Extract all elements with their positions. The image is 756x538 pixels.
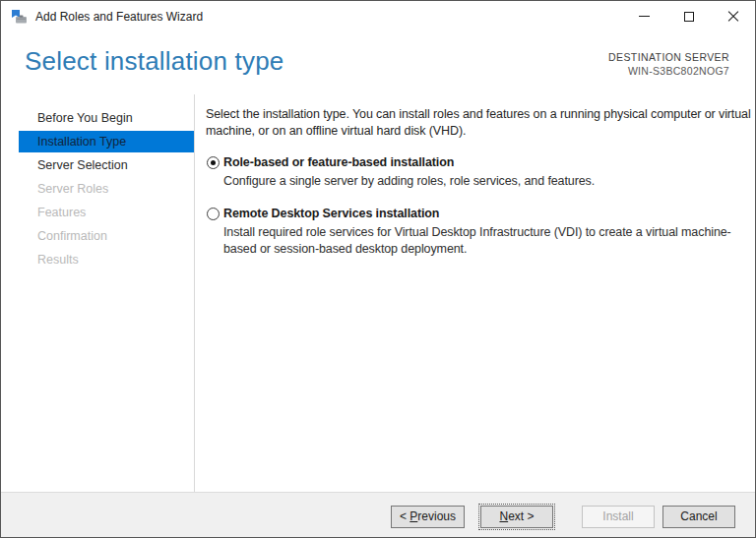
option-role-based-label[interactable]: Role-based or feature-based installation xyxy=(223,154,454,171)
wizard-window: Add Roles and Features Wizard Select ins… xyxy=(0,0,756,538)
previous-button-rest: revious xyxy=(417,509,456,523)
radio-role-based-installation[interactable] xyxy=(207,156,220,169)
maximize-icon xyxy=(684,12,694,22)
destination-server-block: DESTINATION SERVER WIN-S3BC802NOG7 xyxy=(608,44,729,94)
maximize-button[interactable] xyxy=(666,1,711,31)
previous-button-prefix: < xyxy=(400,509,410,523)
close-button[interactable] xyxy=(711,1,755,31)
wizard-header: Select installation type DESTINATION SER… xyxy=(1,31,755,94)
sidebar-item-confirmation: Confirmation xyxy=(19,225,194,247)
sidebar-item-server-selection[interactable]: Server Selection xyxy=(19,154,194,176)
wizard-steps-sidebar: Before You Begin Installation Type Serve… xyxy=(1,94,195,492)
destination-server-label: DESTINATION SERVER xyxy=(608,50,729,64)
option-role-based: Role-based or feature-based installation… xyxy=(206,154,756,190)
sidebar-item-results: Results xyxy=(19,249,194,270)
intro-text: Select the installation type. You can in… xyxy=(206,106,753,140)
cancel-button[interactable]: Cancel xyxy=(662,506,735,528)
window-title: Add Roles and Features Wizard xyxy=(35,10,622,24)
minimize-icon xyxy=(639,16,650,17)
sidebar-item-before-you-begin[interactable]: Before You Begin xyxy=(19,107,194,129)
wizard-content: Select the installation type. You can in… xyxy=(195,94,756,492)
title-bar: Add Roles and Features Wizard xyxy=(1,1,755,31)
minimize-button[interactable] xyxy=(622,1,666,31)
option-remote-desktop-label[interactable]: Remote Desktop Services installation xyxy=(223,206,439,222)
sidebar-item-features: Features xyxy=(19,202,194,223)
option-remote-desktop: Remote Desktop Services installation Ins… xyxy=(206,206,756,258)
previous-button[interactable]: < Previous xyxy=(391,506,465,528)
destination-server-name: WIN-S3BC802NOG7 xyxy=(608,64,729,78)
option-remote-desktop-description: Install required role services for Virtu… xyxy=(223,224,756,258)
sidebar-item-server-roles: Server Roles xyxy=(19,178,194,200)
server-manager-icon xyxy=(11,9,28,25)
wizard-body: Before You Begin Installation Type Serve… xyxy=(1,94,755,492)
sidebar-item-installation-type[interactable]: Installation Type xyxy=(19,131,194,152)
wizard-footer: < Previous Next > Install Cancel xyxy=(1,492,755,537)
page-title: Select installation type xyxy=(25,44,284,94)
radio-remote-desktop-installation[interactable] xyxy=(207,208,220,220)
window-controls xyxy=(622,1,755,31)
next-button[interactable]: Next > xyxy=(480,506,553,528)
next-button-rest: ext > xyxy=(508,509,534,523)
close-icon xyxy=(727,11,739,23)
next-button-accel: N xyxy=(499,509,508,523)
option-role-based-description: Configure a single server by adding role… xyxy=(223,173,756,190)
install-button: Install xyxy=(582,506,655,528)
